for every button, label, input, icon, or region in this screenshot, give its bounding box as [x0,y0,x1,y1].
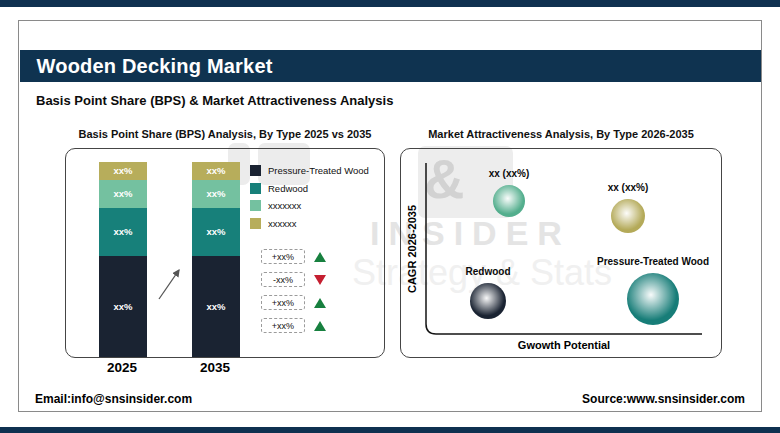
legend-item: xxxxxx [250,215,369,233]
attractiveness-panel: CAGR 2026-2035 Gwowth Potential xx (xx%)… [400,148,722,358]
change-box: +xx% [261,295,305,310]
change-row: -xx% [261,272,326,287]
change-box: -xx% [261,272,305,287]
bubble-circle [611,199,645,233]
trend-arrow-icon [157,266,185,302]
bar-segment-seafoam: xx% [99,180,147,208]
report-subtitle: Basis Point Share (BPS) & Market Attract… [36,93,393,108]
bubble-circle [493,185,525,217]
bar-segment-label: xx% [113,188,132,199]
bps-legend: Pressure-Treated Wood Redwood xxxxxxx xx… [250,162,369,232]
bar-segment-label: xx% [113,301,132,312]
cagr-axis-label: CAGR 2026-2035 [406,174,418,324]
down-triangle-icon [314,275,326,285]
bps-chart-title: Basis Point Share (BPS) Analysis, By Typ… [65,128,385,140]
bps-panel: xx% xx% xx% xx% xx% xx% xx% xx% Pressure… [65,148,385,358]
legend-swatch [250,165,261,176]
bar-segment-khaki: xx% [192,162,240,180]
axis-lines [401,149,721,357]
bubble-label: Redwood [466,266,511,277]
bps-bar-2035: xx% xx% xx% xx% [192,162,240,357]
bar-segment-label: xx% [206,301,225,312]
change-row: +xx% [261,318,326,333]
legend-swatch [250,218,261,229]
axis-year-label-2035: 2035 [181,360,249,375]
footer-email: Email:info@snsinsider.com [35,392,192,406]
legend-item: xxxxxxx [250,197,369,215]
bar-segment-label: xx% [206,226,225,237]
bar-segment-label: xx% [113,165,132,176]
bar-segment-label: xx% [206,165,225,176]
axis-year-label-2025: 2025 [88,360,156,375]
legend-label: xxxxxxx [268,200,301,211]
legend-label: Redwood [268,183,308,194]
legend-item: Redwood [250,180,369,198]
attractiveness-chart-title: Market Attractiveness Analysis, By Type … [400,128,722,140]
bar-segment-redwood: xx% [192,208,240,256]
report-title: Wooden Decking Market [37,55,273,78]
bubble-label: xx (xx%) [608,182,649,193]
bps-change-list: +xx% -xx% +xx% +xx% [261,249,326,341]
up-triangle-icon [314,321,326,331]
up-triangle-icon [314,252,326,262]
bar-segment-label: xx% [113,226,132,237]
legend-swatch [250,200,261,211]
bar-segment-pressure-treated: xx% [192,256,240,357]
change-row: +xx% [261,295,326,310]
growth-axis-label: Gwowth Potential [494,339,634,351]
change-box: +xx% [261,318,305,333]
change-row: +xx% [261,249,326,264]
top-accent-bar [0,0,780,7]
bps-bar-2025: xx% xx% xx% xx% [99,162,147,357]
change-box: +xx% [261,249,305,264]
footer-source: Source:www.snsinsider.com [582,392,745,406]
legend-label: Pressure-Treated Wood [268,165,369,176]
bottom-accent-bar [0,427,780,433]
legend-swatch [250,183,261,194]
bar-segment-seafoam: xx% [192,180,240,208]
bar-segment-khaki: xx% [99,162,147,180]
bubble-label: xx (xx%) [489,168,530,179]
bubble-circle [470,283,506,319]
bar-segment-label: xx% [206,188,225,199]
infographic: & INSIDER Strategy & Stats Wooden Deckin… [0,0,780,433]
legend-label: xxxxxx [268,218,297,229]
report-title-bar: Wooden Decking Market [20,50,761,82]
up-triangle-icon [314,298,326,308]
legend-item: Pressure-Treated Wood [250,162,369,180]
bar-segment-redwood: xx% [99,208,147,256]
bubble-circle [627,273,679,325]
bar-segment-pressure-treated: xx% [99,256,147,357]
bubble-label: Pressure-Treated Wood [597,256,709,267]
